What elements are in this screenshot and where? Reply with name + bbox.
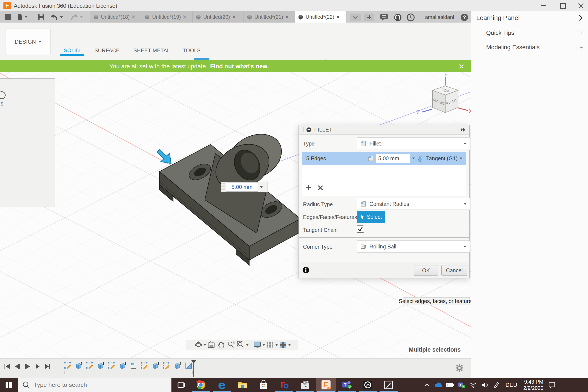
help-icon[interactable]: ? <box>460 13 468 22</box>
add-edge-set-icon[interactable] <box>306 184 312 191</box>
banner-link[interactable]: Find out what's new. <box>210 63 269 70</box>
edge-set-row-selected[interactable]: 5 Edges Tangent (G1) <box>302 152 466 165</box>
timeline-feature-extrude[interactable] <box>173 362 182 370</box>
continuity-dropdown-caret[interactable] <box>460 158 462 159</box>
grid-settings-dropdown[interactable] <box>275 344 278 346</box>
taskbar-fusion360-icon-active[interactable]: F360 <box>316 378 336 392</box>
job-status-icon[interactable] <box>394 13 402 22</box>
notifications-clock-icon[interactable] <box>406 13 415 22</box>
learning-item-modeling-essentials[interactable]: Modeling Essentials + <box>471 42 588 53</box>
timeline-feature-sketch[interactable] <box>64 362 72 370</box>
tab-close-icon[interactable] <box>232 15 236 19</box>
cancel-button[interactable]: Cancel <box>442 265 467 276</box>
select-button[interactable]: Select <box>357 211 385 223</box>
clock[interactable]: 9:43 PM 2/9/2020 <box>521 379 546 391</box>
taskbar-file-explorer-icon[interactable] <box>232 378 253 392</box>
viewports-dropdown[interactable] <box>288 344 291 346</box>
browser-panel[interactable]: s <box>0 78 55 208</box>
ribbon-tab-surface[interactable]: SURFACE <box>94 48 120 54</box>
file-menu-button[interactable] <box>17 13 31 21</box>
dimension-manipulator[interactable] <box>221 182 268 192</box>
taskbar-teams-icon[interactable]: T <box>337 378 357 392</box>
banner-close-icon[interactable] <box>458 63 465 71</box>
tangent-chain-checkbox[interactable] <box>357 226 364 233</box>
view-cube[interactable]: Y Z X TOP FRONT RIGHT <box>415 74 471 123</box>
onedrive-cloud-icon[interactable] <box>433 378 444 392</box>
action-center-icon[interactable] <box>546 378 558 392</box>
timeline-feature-extrude[interactable] <box>118 362 126 370</box>
volume-icon[interactable] <box>479 378 490 392</box>
timeline-feature-extrude[interactable] <box>151 362 160 370</box>
dialog-header[interactable]: FILLET <box>299 125 469 134</box>
collapse-dialog-icon[interactable] <box>460 128 466 132</box>
teams-tray-icon[interactable]: T <box>456 378 467 392</box>
display-settings-tool[interactable] <box>252 341 262 349</box>
taskbar-search-box[interactable] <box>18 378 172 392</box>
redo-button[interactable] <box>70 13 86 21</box>
doc-tab-untitled-19[interactable]: Untitled*(19) <box>142 12 192 22</box>
orbit-dropdown[interactable] <box>204 344 206 346</box>
taskbar-chrome-icon[interactable] <box>191 378 211 392</box>
timeline-settings-gear-icon[interactable] <box>455 364 464 372</box>
step-forward-button[interactable] <box>34 363 41 370</box>
zoom-window-dropdown[interactable] <box>246 344 249 346</box>
doc-tab-untitled-20[interactable]: Untitled(20) <box>192 12 244 22</box>
wifi-icon[interactable] <box>468 378 479 392</box>
orbit-tool[interactable] <box>194 341 203 349</box>
expand-plus-icon[interactable]: + <box>580 30 583 36</box>
model-bracket[interactable] <box>150 129 314 275</box>
ok-button[interactable]: OK <box>414 265 438 276</box>
grid-settings-tool[interactable] <box>266 341 275 349</box>
language-indicator[interactable]: DEU <box>502 382 520 388</box>
ribbon-tab-solid[interactable]: SOLID <box>64 48 80 54</box>
timeline-feature-sketch[interactable] <box>86 362 94 370</box>
display-settings-dropdown[interactable] <box>262 344 265 346</box>
pan-tool[interactable] <box>216 341 226 349</box>
timeline-feature-sketch[interactable] <box>108 362 116 370</box>
radius-dropdown-caret[interactable] <box>412 158 415 159</box>
tab-close-icon[interactable] <box>285 15 289 19</box>
dimension-input[interactable] <box>226 182 258 192</box>
close-button[interactable] <box>574 0 588 12</box>
timeline-playhead[interactable] <box>194 360 194 377</box>
expand-plus-icon[interactable]: + <box>580 44 583 51</box>
feedback-icon[interactable] <box>380 14 388 22</box>
play-button[interactable] <box>24 363 31 370</box>
collapse-panel-icon[interactable] <box>578 14 583 21</box>
ribbon-tab-sheet-metal[interactable]: SHEET METAL <box>134 48 170 54</box>
fillet-dialog[interactable]: FILLET Type Fillet 5 Edges Tangent (G1) <box>298 125 470 278</box>
step-back-button[interactable] <box>14 363 21 370</box>
corner-type-dropdown[interactable]: Rolling Ball <box>357 240 470 252</box>
task-view-button[interactable] <box>173 378 188 392</box>
radius-type-dropdown[interactable]: Constant Radius <box>357 198 470 210</box>
look-at-tool[interactable] <box>206 341 216 349</box>
radius-input[interactable] <box>376 154 410 163</box>
taskbar-store-icon[interactable] <box>254 378 274 392</box>
save-button[interactable] <box>37 13 46 21</box>
workspace-selector[interactable]: DESIGN <box>6 28 51 55</box>
timeline-feature-sketch[interactable] <box>140 362 148 370</box>
go-to-end-button[interactable] <box>44 363 51 370</box>
viewport[interactable]: s <box>0 72 471 358</box>
dialog-drag-grip[interactable] <box>302 127 304 132</box>
app-launcher-icon[interactable] <box>3 13 13 21</box>
battery-icon[interactable] <box>444 378 456 392</box>
minimize-button[interactable] <box>535 0 552 12</box>
tray-overflow-chevron-icon[interactable] <box>421 378 432 392</box>
taskbar-round-logo-app-icon[interactable] <box>358 378 378 392</box>
info-icon[interactable] <box>302 266 310 274</box>
taskbar-gimp-icon[interactable] <box>295 378 315 392</box>
type-dropdown[interactable]: Fillet <box>357 137 470 150</box>
viewports-tool[interactable] <box>278 341 288 349</box>
go-to-start-button[interactable] <box>4 363 11 370</box>
tab-close-icon[interactable] <box>336 15 340 19</box>
maximize-button[interactable] <box>554 0 572 12</box>
zoom-tool[interactable] <box>226 341 236 349</box>
pen-icon[interactable] <box>491 378 502 392</box>
taskbar-edge-icon[interactable]: e <box>212 378 232 392</box>
search-input[interactable] <box>33 381 163 388</box>
doc-tab-untitled-18[interactable]: Untitled*(18) <box>90 12 142 22</box>
undo-button[interactable] <box>50 13 66 21</box>
timeline-feature-extrude[interactable] <box>96 362 105 370</box>
tab-close-icon[interactable] <box>132 15 135 19</box>
